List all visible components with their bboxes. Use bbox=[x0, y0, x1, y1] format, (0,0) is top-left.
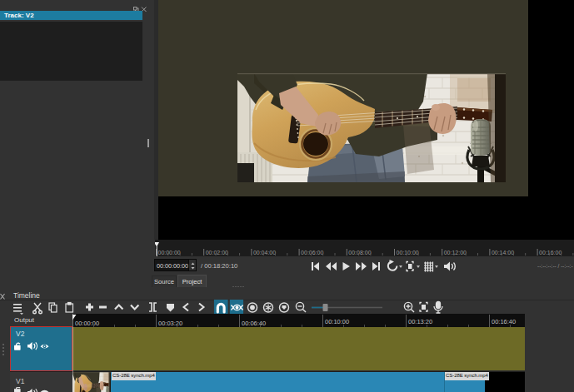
svg-text:00:00:00: 00:00:00 bbox=[75, 319, 99, 326]
svg-text:00:02:00: 00:02:00 bbox=[206, 250, 228, 256]
svg-text:00:03:20: 00:03:20 bbox=[158, 319, 182, 326]
svg-text:00:13:20: 00:13:20 bbox=[408, 318, 432, 325]
svg-text:00:06:40: 00:06:40 bbox=[242, 319, 266, 326]
svg-text:00:10:00: 00:10:00 bbox=[397, 250, 419, 256]
svg-text:00:10:00: 00:10:00 bbox=[325, 318, 349, 325]
svg-text:00:16:00: 00:16:00 bbox=[539, 250, 562, 256]
svg-text:00:08:00: 00:08:00 bbox=[348, 250, 371, 256]
svg-text:00:12:00: 00:12:00 bbox=[444, 250, 467, 256]
svg-text:00:00:00: 00:00:00 bbox=[158, 250, 181, 256]
svg-text:00:06:00: 00:06:00 bbox=[301, 250, 323, 256]
svg-text:00:14:00: 00:14:00 bbox=[492, 250, 514, 256]
svg-text:00:04:00: 00:04:00 bbox=[253, 250, 276, 256]
svg-text:00:16:40: 00:16:40 bbox=[492, 318, 516, 325]
